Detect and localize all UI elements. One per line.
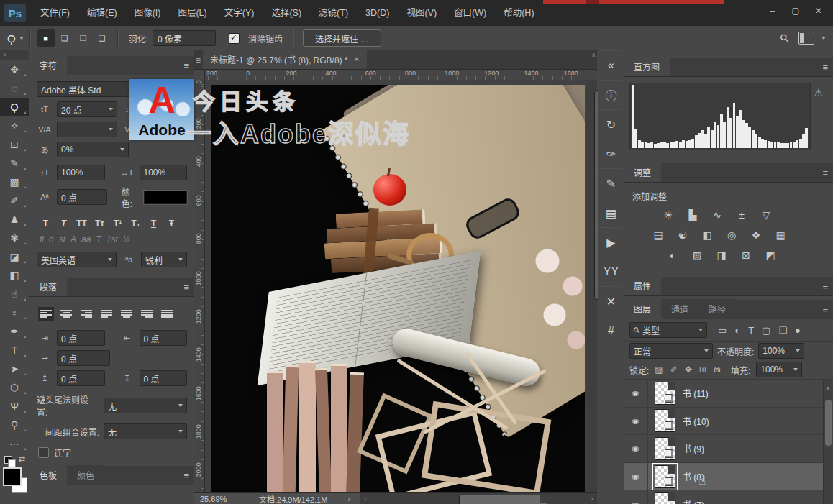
- panel-menu-icon[interactable]: ≡: [183, 282, 188, 293]
- close-document-icon[interactable]: ✕: [354, 55, 360, 63]
- warning-icon[interactable]: ⚠: [814, 87, 823, 98]
- notes-panel-icon[interactable]: ▤: [598, 198, 624, 227]
- layers-scrollbar[interactable]: [823, 380, 833, 504]
- history-brush-tool[interactable]: ✾: [0, 229, 29, 247]
- tab-layers[interactable]: 图层: [624, 299, 661, 319]
- baseline-shift-input[interactable]: 0 点: [57, 189, 107, 205]
- ligatures-button[interactable]: fi: [40, 234, 44, 244]
- justify-all-button[interactable]: [159, 307, 175, 321]
- minimize-button[interactable]: –: [763, 3, 783, 19]
- menu-item[interactable]: 窗口(W): [445, 1, 495, 26]
- subtract-from-selection-mode[interactable]: ❐: [75, 29, 92, 47]
- clone-stamp-tool[interactable]: ♟: [0, 210, 29, 229]
- eyedropper-tool[interactable]: ✎: [0, 154, 29, 173]
- history-panel-icon[interactable]: ↻: [598, 109, 624, 139]
- layers-scrollbar-thumb[interactable]: [825, 400, 832, 446]
- indent-right-input[interactable]: 0 点: [140, 330, 188, 346]
- small-caps-button[interactable]: Tᴛ: [92, 216, 107, 230]
- swash-button[interactable]: A: [70, 234, 76, 244]
- actions-panel-icon[interactable]: ▶: [598, 227, 624, 257]
- type-tool[interactable]: T: [0, 341, 29, 359]
- vertical-scale-input[interactable]: 100%: [57, 165, 105, 180]
- underline-button[interactable]: T: [146, 216, 161, 230]
- layer-thumbnail[interactable]: [655, 409, 675, 432]
- canvas-viewport[interactable]: [205, 80, 586, 493]
- contextual-alternates-button[interactable]: o: [49, 234, 54, 244]
- brushes-panel-icon[interactable]: ✑: [598, 139, 624, 168]
- layer-name[interactable]: 书 (10): [683, 415, 709, 427]
- pen-tool[interactable]: ✒: [0, 322, 29, 341]
- crop-tool[interactable]: ⊡: [0, 135, 29, 154]
- hyphenate-checkbox[interactable]: [38, 447, 49, 458]
- filter-type-layers-icon[interactable]: T: [748, 325, 754, 336]
- horizontal-scrollbar[interactable]: ‹ ›: [360, 493, 597, 504]
- titling-alternates-button[interactable]: T: [96, 234, 101, 244]
- superscript-button[interactable]: T¹: [110, 216, 125, 230]
- dodge-tool[interactable]: ♀: [0, 303, 29, 322]
- pixel-grid-panel-icon[interactable]: #: [598, 316, 624, 345]
- gradient-map-icon[interactable]: ◩: [763, 249, 778, 261]
- faux-italic-button[interactable]: T: [56, 216, 71, 230]
- menu-item[interactable]: 视图(V): [398, 1, 445, 26]
- lock-artboard-icon[interactable]: ⊞: [699, 365, 706, 375]
- document-tab[interactable]: 未标题-1 @ 25.7% (书 (8), RGB/8) * ✕: [203, 50, 367, 69]
- lasso-tool[interactable]: Ϙ: [0, 98, 29, 116]
- quick-selection-tool[interactable]: ✧: [0, 116, 29, 135]
- layer-visibility-toggle[interactable]: ◉: [624, 490, 648, 504]
- menu-item[interactable]: 文件(F): [32, 1, 78, 26]
- indent-firstline-input[interactable]: 0 点: [57, 350, 110, 366]
- panel-menu-icon[interactable]: ≡: [822, 168, 827, 178]
- text-color-swatch[interactable]: [144, 191, 187, 204]
- current-tool-button[interactable]: Ϙ: [7, 32, 24, 45]
- tab-adjustments[interactable]: 调整: [624, 162, 661, 182]
- invert-icon[interactable]: ◐: [665, 249, 680, 261]
- antialias-checkbox[interactable]: [229, 33, 240, 44]
- scroll-up-icon[interactable]: ∧: [824, 385, 832, 392]
- filter-pixel-layers-icon[interactable]: ▭: [718, 325, 727, 336]
- menu-item[interactable]: 选择(S): [263, 1, 310, 26]
- move-tool[interactable]: ✥: [0, 60, 29, 79]
- workspace-switcher[interactable]: [798, 32, 826, 45]
- panel-menu-icon[interactable]: ≡: [822, 281, 827, 292]
- tab-properties[interactable]: 属性: [624, 276, 661, 295]
- menu-item[interactable]: 编辑(E): [78, 1, 126, 26]
- discretionary-ligatures-button[interactable]: st: [59, 234, 65, 244]
- layer-row[interactable]: ◉ 书 (11) ☝: [624, 380, 833, 408]
- layer-name[interactable]: 书 (9): [683, 442, 704, 454]
- healing-brush-tool[interactable]: ▩: [0, 173, 29, 191]
- channel-mixer-icon[interactable]: ❖: [749, 229, 763, 241]
- posterize-icon[interactable]: ▨: [690, 249, 704, 261]
- menu-item[interactable]: 图像(I): [126, 1, 170, 26]
- hand-tool[interactable]: Ψ: [0, 397, 29, 416]
- layer-name[interactable]: 书 (11): [683, 387, 709, 399]
- filter-smart-objects-icon[interactable]: ❏: [778, 325, 787, 336]
- shape-tool[interactable]: ⬡: [0, 378, 29, 397]
- intersect-selection-mode[interactable]: ❑: [94, 29, 111, 47]
- panel-menu-icon[interactable]: ≡: [822, 304, 827, 315]
- brush-tool[interactable]: ✐: [0, 191, 29, 210]
- selective-color-icon[interactable]: ⊠: [739, 249, 753, 261]
- menu-item[interactable]: 图层(L): [169, 1, 215, 26]
- select-and-mask-button[interactable]: 选择并遮住 …: [303, 29, 381, 47]
- menu-item[interactable]: 帮助(H): [495, 1, 542, 26]
- levels-icon[interactable]: ▙: [686, 209, 700, 221]
- layer-thumbnail[interactable]: [655, 492, 675, 504]
- info-panel-icon[interactable]: ⓘ: [598, 80, 624, 109]
- strikethrough-button[interactable]: Ŧ: [164, 216, 179, 230]
- filter-shape-layers-icon[interactable]: ▢: [762, 325, 770, 336]
- layer-row[interactable]: ◉ 书 (8) ☝: [624, 463, 833, 491]
- panel-menu-icon[interactable]: ≡: [183, 470, 188, 481]
- ruler-corner[interactable]: [194, 70, 205, 80]
- kinsoku-select[interactable]: 无: [104, 398, 187, 413]
- justify-last-left-button[interactable]: [99, 307, 114, 321]
- mojikumi-select[interactable]: 无: [104, 423, 187, 439]
- justify-last-center-button[interactable]: [119, 307, 135, 321]
- panel-menu-icon[interactable]: ≡: [183, 60, 188, 71]
- color-lookup-icon[interactable]: ▦: [773, 229, 788, 241]
- collapse-panels-icon[interactable]: «: [598, 50, 624, 80]
- tab-swatches[interactable]: 色板: [29, 465, 67, 485]
- all-caps-button[interactable]: TT: [74, 216, 89, 230]
- justify-last-right-button[interactable]: [139, 307, 155, 321]
- curves-icon[interactable]: ∿: [710, 209, 724, 221]
- feather-input[interactable]: 0 像素: [153, 30, 216, 46]
